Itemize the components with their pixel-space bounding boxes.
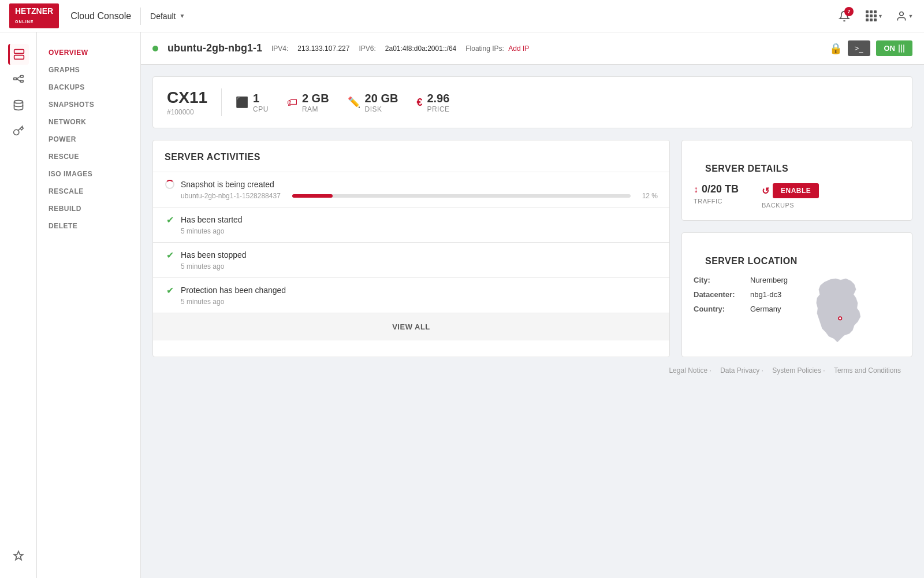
traffic-value-row: ↕ 0/20 TB — [694, 183, 739, 195]
subnav-rebuild[interactable]: REBUILD — [37, 200, 140, 217]
spec-price: € 2.96 PRICE — [416, 92, 449, 113]
svg-rect-2 — [14, 55, 24, 60]
svg-point-0 — [899, 12, 903, 16]
project-selector[interactable]: Default ▼ — [150, 12, 185, 21]
svg-point-10 — [14, 101, 23, 103]
germany-map-svg — [797, 276, 878, 351]
floating-ip-area: Floating IPs: Add IP — [465, 45, 529, 53]
spec-disk: ✏️ 20 GB DISK — [348, 92, 398, 113]
project-name: Default — [150, 12, 176, 21]
footer-dot-2: · — [762, 366, 766, 375]
sidebar-item-volumes[interactable] — [8, 95, 29, 116]
stopped-check: ✔ — [165, 250, 175, 260]
subnav-iso-images[interactable]: ISO IMAGES — [37, 165, 140, 183]
main-layout: OVERVIEW GRAPHS BACKUPS SNAPSHOTS NETWOR… — [0, 32, 924, 578]
traffic-row: ↕ 0/20 TB TRAFFIC ↺ ENABLE BACKUPS — [694, 183, 900, 209]
notifications-button[interactable]: 7 — [834, 6, 855, 27]
add-ip-link[interactable]: Add IP — [508, 45, 529, 53]
sidebar-item-ssh[interactable] — [8, 120, 29, 141]
ipv6-label: IPV6: — [359, 45, 375, 53]
datacenter-value: nbg1-dc3 — [750, 290, 781, 299]
traffic-label: TRAFFIC — [694, 198, 722, 205]
activity-protection: ✔ Protection has been changed 5 minutes … — [153, 277, 669, 313]
user-menu-button[interactable]: ▼ — [894, 6, 915, 27]
subnav-snapshots[interactable]: SNAPSHOTS — [37, 96, 140, 113]
spec-disk-info: 20 GB DISK — [365, 92, 398, 113]
ipv4-value: 213.133.107.227 — [297, 45, 349, 53]
subnav-overview[interactable]: OVERVIEW — [37, 44, 140, 61]
hetzner-logo[interactable]: HETZNERONLINE — [9, 3, 59, 28]
cpu-value: 1 — [253, 92, 269, 105]
grid-menu-button[interactable]: ▼ — [864, 6, 885, 27]
sidebar-item-pin[interactable] — [8, 546, 29, 566]
main-content: CX11 #100000 ⬛ 1 CPU 🏷 2 GB RAM — [141, 65, 924, 578]
cpu-label: CPU — [253, 105, 269, 113]
subnav-rescale[interactable]: RESCALE — [37, 183, 140, 200]
grid-icon — [866, 10, 877, 21]
server-spec-card: CX11 #100000 ⬛ 1 CPU 🏷 2 GB RAM — [152, 76, 912, 128]
snapshot-detail: ubuntu-2gb-nbg1-1-1528288437 — [181, 192, 281, 200]
activity-started-name: Has been started — [181, 215, 243, 224]
footer-system-policies[interactable]: System Policies — [772, 366, 821, 375]
toggle-lines — [899, 45, 904, 53]
ipv6-value: 2a01:4f8:d0a:2001::/64 — [385, 45, 456, 53]
backup-label: BACKUPS — [762, 202, 819, 209]
footer: Legal Notice · Data Privacy · System Pol… — [152, 357, 912, 384]
sidebar-item-servers[interactable] — [8, 44, 29, 65]
subnav-power[interactable]: POWER — [37, 131, 140, 148]
location-title: SERVER LOCATION — [694, 244, 900, 276]
enable-backups-button[interactable]: ENABLE — [773, 183, 819, 198]
spec-cpu-info: 1 CPU — [253, 92, 269, 113]
spec-type-id: #100000 — [167, 108, 207, 116]
germany-outline — [816, 279, 860, 343]
footer-data-privacy[interactable]: Data Privacy — [720, 366, 759, 375]
footer-terms[interactable]: Terms and Conditions — [834, 366, 901, 375]
stopped-time: 5 minutes ago — [181, 262, 224, 271]
activity-stopped-name: Has been stopped — [181, 250, 247, 260]
started-time: 5 minutes ago — [181, 227, 224, 235]
content-grid: SERVER ACTIVITIES Snapshot is being crea… — [152, 140, 912, 357]
city-row: City: Nuremberg — [694, 276, 797, 284]
subnav-graphs[interactable]: GRAPHS — [37, 61, 140, 79]
server-header-actions: 🔒 >_ ON — [829, 40, 912, 56]
activities-card: SERVER ACTIVITIES Snapshot is being crea… — [152, 140, 670, 357]
subnav-rescue[interactable]: RESCUE — [37, 148, 140, 165]
activity-protection-sub: 5 minutes ago — [165, 298, 658, 306]
sidebar-item-networks[interactable] — [8, 69, 29, 90]
price-icon: € — [416, 97, 422, 109]
map-pin-inner — [839, 317, 841, 320]
check-icon-started: ✔ — [166, 214, 174, 225]
svg-rect-1 — [14, 50, 24, 54]
lock-icon[interactable]: 🔒 — [829, 42, 842, 55]
pin-icon — [13, 550, 24, 562]
traffic-item: ↕ 0/20 TB TRAFFIC — [694, 183, 739, 205]
datacenter-label: Datacenter: — [694, 290, 746, 299]
subnav-network[interactable]: NETWORK — [37, 113, 140, 131]
top-navbar: HETZNERONLINE Cloud Console Default ▼ 7 … — [0, 0, 924, 32]
activity-snapshot-header: Snapshot is being created — [165, 179, 658, 190]
city-value: Nuremberg — [750, 276, 788, 284]
backup-item: ↺ ENABLE BACKUPS — [762, 183, 819, 209]
activity-started-header: ✔ Has been started — [165, 214, 658, 225]
app-title: Cloud Console — [70, 11, 131, 21]
footer-legal-notice[interactable]: Legal Notice — [669, 366, 707, 375]
activity-started: ✔ Has been started 5 minutes ago — [153, 207, 669, 242]
spec-ram: 🏷 2 GB RAM — [287, 92, 329, 113]
power-toggle[interactable]: ON — [876, 40, 913, 56]
terminal-button[interactable]: >_ — [848, 40, 870, 56]
country-row: Country: Germany — [694, 305, 797, 313]
notification-badge: 7 — [844, 7, 854, 16]
floating-ip-label: Floating IPs: — [465, 45, 504, 53]
price-value: 2.96 — [427, 92, 449, 105]
traffic-value: 0/20 TB — [702, 183, 739, 195]
svg-rect-5 — [13, 78, 16, 80]
subnav-backups[interactable]: BACKUPS — [37, 79, 140, 96]
activity-started-sub: 5 minutes ago — [165, 227, 658, 235]
view-all-button[interactable]: VIEW ALL — [153, 313, 669, 340]
server-header-bar: ubuntu-2gb-nbg1-1 IPV4: 213.133.107.227 … — [141, 32, 924, 65]
subnav-delete[interactable]: DELETE — [37, 217, 140, 235]
activities-title: SERVER ACTIVITIES — [153, 140, 669, 172]
disk-value: 20 GB — [365, 92, 398, 105]
ipv4-label: IPV4: — [271, 45, 288, 53]
volumes-icon — [13, 99, 24, 111]
